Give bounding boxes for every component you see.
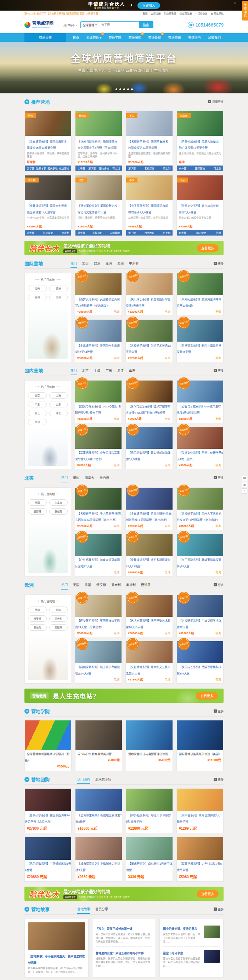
inquiry-link[interactable]: 电询 [215,570,221,574]
carousel-dot[interactable] [119,88,121,90]
camp-card[interactable]: 限时抢购 【休闲与娱乐系列】徒步穿越库布齐沙漠“FUN肆好时光”7天6晚营 ¥6… [125,380,173,423]
camp-card[interactable]: 美国 【名校研学系列】美国常春藤名校深度探访14天研学营 走进常春藤名校课堂，感… [126,111,173,172]
story-title[interactable]: 【营地故事】小小画家的夏天：美术营里的成长记录 [28,955,85,964]
camp-title[interactable]: 【传统文化系列】国学礼仪研学营5天4晚（曲阜） [177,450,223,461]
order-search-link[interactable]: ⌕订单查询 [195,12,207,15]
section-tab[interactable]: 西班牙 [141,582,150,590]
section-tab[interactable]: 欧洲 [94,261,100,268]
camp-title[interactable]: 【军事拓展系列】少年特战队军事夏令营7天6晚（北京） [75,450,120,461]
camp-title[interactable]: 【户外拓展系列】澳洲黄金海岸冲浪营10天9晚 [177,296,221,307]
camp-card[interactable]: 伦敦 【逐梦英伦系列】英国伦敦名校探访与文化体验12天营 探访牛津剑桥，感受英伦… [75,175,122,236]
camp-title[interactable]: 【全真课堂系列】多伦多插班课堂14天13晚营 [126,557,170,568]
inquiry-link[interactable]: 电询 [114,631,119,635]
section-tab[interactable]: 浙江 [117,368,124,375]
inquiry-link[interactable]: 电询 [114,356,119,360]
camp-card[interactable]: 新品上市 【名校研学系列】牛津剑桥学术体验12天营 ¥31800人起 电询 [176,595,224,637]
camp-card[interactable]: 限时抢购 【户外拓展系列】加拿大温哥华国际营地12天营 电询 [75,534,122,576]
camp-card[interactable]: 特价优惠 【帆船航海系列】青岛帆船航海体验6天5晚营 电询 [125,426,173,469]
course-title[interactable]: 青少年户外教育导师实训营 [75,751,114,756]
deal-card[interactable]: 【周末营系列】京郊自然探索2天1晚亲子营 ¥1299 元起 [176,788,224,833]
camp-title[interactable]: 【艺术启蒙系列】法国巴黎艺术殿堂10天研学营 [126,617,170,629]
section-tab[interactable]: 上海 [94,368,100,375]
camp-title[interactable]: 【文化体验系列】意大利文艺复兴之旅11天营 [126,664,170,675]
camp-title[interactable]: 【心智与才能系列】G20城市生存挑战4天3晚挑战营 [177,403,221,415]
city-selector[interactable]: 选择城市 [63,23,77,27]
camp-card[interactable]: 新品上市 【自然探索系列】新西兰南岛自然探索11天营 电询 [176,319,224,362]
camp-title[interactable]: 【逐梦英伦系列】英国名校全真课堂14天插班营（伦敦出发） [75,296,120,307]
camp-card[interactable]: 特价优惠 【心智与才能系列】G20城市生存挑战4天3晚挑战营 ¥3980人起 电… [176,380,224,423]
section-tab[interactable]: 周末营专场 [95,777,111,784]
deal-title[interactable]: 【军事拓展系列】少年特战队7天6晚军事营 [177,861,222,872]
close-icon[interactable]: × [234,1,236,5]
story-item[interactable]: 星空下的分享会 篝火与星空见证了孩子们的勇敢表达，每个人都说出了自己的营地心愿…… [163,947,220,968]
camp-card[interactable]: 泰国 【亲子互动系列】泰国清迈自然教育亲子7天6晚营 丛林探索与大象保育，亲子共… [126,175,173,236]
utility-link[interactable]: 登录 [142,12,147,15]
camp-card[interactable]: 限时抢购 【自然探索系列】瑞士阿尔卑斯山地营10天9晚 电询 [75,641,122,684]
section-tab[interactable]: 亚洲 [106,261,112,268]
destination-pill[interactable]: 奥地利 [28,624,47,631]
see-more-button[interactable]: 查看更多 [196,692,218,700]
camp-card[interactable]: 新品上市 【名校研学系列】千人梦启典·美国东西海岸14天游学营（北京出发） ¥3… [75,487,122,530]
featured-story[interactable]: 【营地故事】小小画家的夏天：美术营里的成长记录 在为期两周的美术主题营里，孩子们… [24,919,88,977]
section-tab[interactable]: 营地故事 [77,907,90,914]
deal-card[interactable]: 【帆船航海系列】三亚帆船出海5天4晚营 ¥20880 元起 [24,837,72,882]
camp-card[interactable]: 新品上市 【快乐成长系列】德国慕尼黑科技探索9天营 电询 [176,641,224,684]
join-now-button[interactable]: 立即加入 [138,2,160,9]
camp-title[interactable]: 【传统文化系列】北京故宫长城研学5天4晚营 [179,204,219,214]
camp-card[interactable]: 新品上市 【自然与探索系列】2019心旅行·新疆行摄8天7晚亲子营 ¥12800… [75,380,122,423]
more-link[interactable]: + 更多 [214,709,224,713]
inquiry-link[interactable]: 电询 [215,631,221,635]
story-title[interactable]: 营地里的友谊：来自五湖四海的小伙伴 [96,952,144,955]
camp-card[interactable]: 特价优惠 【文化体验系列】意大利文艺复兴之旅11天营 ¥27800人起 电询 [125,641,173,684]
camp-title[interactable]: 【自然探索系列】新西兰南岛自然探索11天营 [177,342,221,354]
more-link[interactable]: + 更多 [214,907,224,911]
inquiry-link[interactable]: 电询 [165,524,170,528]
destination-pill[interactable]: 山东 [49,401,68,407]
inquiry-link[interactable]: 电询 [215,417,221,420]
section-tab[interactable]: 奥地利 [126,582,136,590]
camp-card[interactable]: 新品上市 【逐梦英伦系列】英国名校全真课堂14天插班营（伦敦出发） ¥35800… [75,273,122,316]
camp-card[interactable]: 新品上市 【逐梦英伦系列】英国贵族公学插班14天营（伦敦出发） ¥36800人起… [75,595,122,637]
search-scope-select[interactable]: 全球营地 [81,22,99,28]
camp-title[interactable]: 【快乐成长系列】新加坡国际学生交流7天亲子营 [126,296,170,307]
carousel-dot[interactable] [115,88,117,90]
destination-pill[interactable]: 意大利 [49,616,68,622]
carousel-dot[interactable] [131,88,133,90]
deal-card[interactable]: 【全真课堂系列】新加坡全真课堂7天6晚营 ¥16500 元起 [75,788,122,833]
camp-title[interactable]: 【名校研学系列】加州大学洛杉矶分校11天12晚研学营（北京出发） [177,510,222,522]
floating-tool-button[interactable]: ▣ [242,482,247,487]
deal-card[interactable]: 【周末营系列】森林徒步1日亲子体验营 ¥339 元起 [126,837,173,882]
destination-pill[interactable]: 西班牙 [49,624,68,631]
section-tab[interactable]: 热门 [61,475,68,482]
inquiry-link[interactable]: 电询 [114,463,119,467]
more-link[interactable]: + 更多 [214,777,224,781]
life-station-banner[interactable]: 营地教育 是人生充电站？ 查看更多 [24,689,224,703]
destination-pill[interactable]: 澳洲 [49,294,68,300]
camp-title[interactable]: 【全真课堂系列】伯克利精英“五真”创新思维14天研学营（北京出发） [126,510,172,522]
story-title[interactable]: 雨中的徒步课：坚持的意义 [163,927,197,931]
course-title[interactable]: 国际营地总监高级研修班（美国） [177,751,224,756]
destination-pill[interactable]: 广东 [28,401,47,407]
destination-pill[interactable]: 英国 [28,606,47,613]
nav-item[interactable]: 首页 [71,33,80,42]
section-tab[interactable]: 热门 [70,368,77,375]
camp-title[interactable]: 【自然与探索系列】2019心旅行·新疆行摄8天7晚亲子营 [75,403,121,415]
camp-title[interactable]: 【名校研学系列】千人梦启典·美国东西海岸14天游学营（北京出发） [75,510,121,522]
explore-more-link[interactable]: + 探索更多 [208,100,224,103]
inquiry-link[interactable]: 电询 [215,524,221,528]
deal-card[interactable]: 【户外拓展系列】呼伦贝尔草原穿越7天亲子营 ¥12800 元起 [126,788,173,833]
destination-pill[interactable]: 浙江 [28,410,47,416]
search-input[interactable] [99,22,139,28]
inquiry-link[interactable]: 电询 [215,309,221,313]
utility-link[interactable]: 供应商登录 [164,12,176,15]
inquiry-link[interactable]: 电询 [165,417,170,420]
nav-item[interactable]: 全球营地 ▾ 热 [85,33,103,42]
course-title[interactable]: 全球营地教育指导师认证培训（初级） [25,751,69,762]
section-tab[interactable]: 俄罗斯 [96,582,106,590]
deal-card[interactable]: 【名校研学系列】美国东西海岸14天游学营（北京出发） ¥27800 元起 [24,788,72,833]
section-tab[interactable]: 加拿大 [85,475,94,482]
camp-card[interactable]: 特价优惠 【艺术启蒙系列】法国巴黎艺术殿堂10天研学营 ¥28800人起 电询 [125,595,173,637]
destination-pill[interactable]: 俄罗斯 [28,616,47,622]
deal-title[interactable]: 【名校研学系列】美国东西海岸14天游学营（北京出发） [25,812,70,823]
inquiry-link[interactable]: 电询 [114,677,119,681]
